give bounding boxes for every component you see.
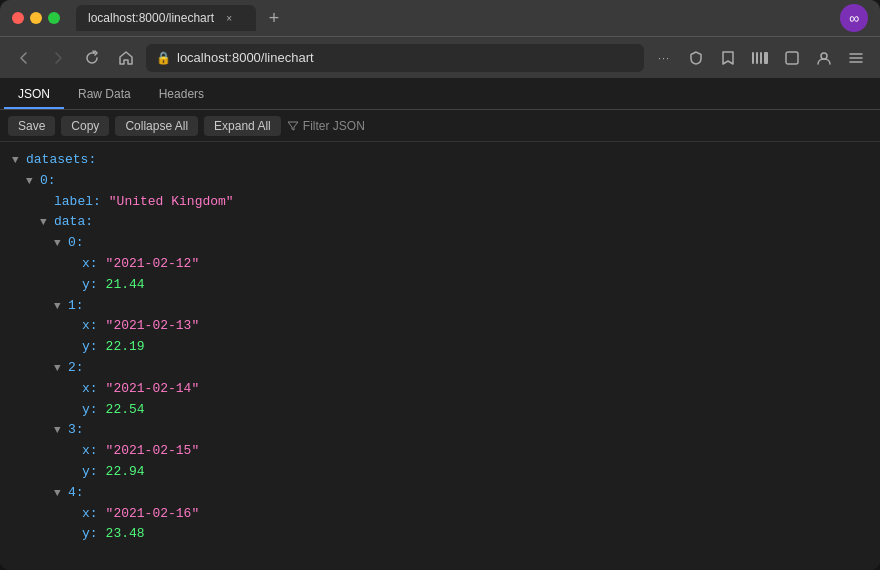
save-button[interactable]: Save xyxy=(8,116,55,136)
svg-rect-1 xyxy=(756,52,758,64)
data-item0-key: 0: xyxy=(68,233,84,254)
menu-button[interactable] xyxy=(842,44,870,72)
traffic-lights xyxy=(12,12,60,24)
devtools-tabs: JSON Raw Data Headers xyxy=(0,78,880,110)
bookmark-button[interactable] xyxy=(714,44,742,72)
profile-icon[interactable]: ∞ xyxy=(840,4,868,32)
address-bar[interactable]: 🔒 localhost:8000/linechart xyxy=(146,44,644,72)
data-item2-y-key: y: xyxy=(82,400,98,421)
label-line: label: "United Kingdom" xyxy=(12,192,868,213)
data-item1-x-key: x: xyxy=(82,316,98,337)
data-item3-y-val: 22.94 xyxy=(106,462,145,483)
svg-rect-3 xyxy=(764,52,768,64)
data-item4-x-val: "2021-02-16" xyxy=(106,504,200,525)
minimize-button[interactable] xyxy=(30,12,42,24)
tab-close-button[interactable]: × xyxy=(222,11,236,25)
close-button[interactable] xyxy=(12,12,24,24)
label-spacer xyxy=(40,194,52,212)
data-item2-toggle[interactable]: ▼ xyxy=(54,360,66,378)
filter-icon xyxy=(287,120,299,132)
datasets-line: ▼ datasets: xyxy=(12,150,868,171)
back-button[interactable] xyxy=(10,44,38,72)
data-toggle[interactable]: ▼ xyxy=(40,214,52,232)
browser-window: localhost:8000/linechart × + ∞ 🔒 localho… xyxy=(0,0,880,570)
data-item1-key: 1: xyxy=(68,296,84,317)
data-item2-x-line: x: "2021-02-14" xyxy=(12,379,868,400)
data-item4-y-key: y: xyxy=(82,524,98,545)
data-item3-y-line: y: 22.94 xyxy=(12,462,868,483)
data-item3-x-val: "2021-02-15" xyxy=(106,441,200,462)
data-item0-line: ▼ 0: xyxy=(12,233,868,254)
data-line: ▼ data: xyxy=(12,212,868,233)
home-button[interactable] xyxy=(112,44,140,72)
new-tab-button[interactable]: + xyxy=(260,4,288,32)
data-item2-x-val: "2021-02-14" xyxy=(106,379,200,400)
data-item0-y-line: y: 21.44 xyxy=(12,275,868,296)
data-item0-y-key: y: xyxy=(82,275,98,296)
data-item3-toggle[interactable]: ▼ xyxy=(54,422,66,440)
data-item4-x-line: x: "2021-02-16" xyxy=(12,504,868,525)
data-item4-line: ▼ 4: xyxy=(12,483,868,504)
shield-button[interactable] xyxy=(682,44,710,72)
filter-label: Filter JSON xyxy=(303,119,365,133)
svg-rect-2 xyxy=(760,52,762,64)
datasets-key: datasets: xyxy=(26,150,96,171)
data-item0-x-key: x: xyxy=(82,254,98,275)
data-item2-y-line: y: 22.54 xyxy=(12,400,868,421)
data-item3-key: 3: xyxy=(68,420,84,441)
data-item3-line: ▼ 3: xyxy=(12,420,868,441)
nav-icons-right: ··· xyxy=(650,44,870,72)
copy-button[interactable]: Copy xyxy=(61,116,109,136)
svg-rect-4 xyxy=(786,52,798,64)
data-item4-x-key: x: xyxy=(82,504,98,525)
tab-title: localhost:8000/linechart xyxy=(88,11,214,25)
active-tab[interactable]: localhost:8000/linechart × xyxy=(76,5,256,31)
data-item3-x-key: x: xyxy=(82,441,98,462)
data-item1-y-key: y: xyxy=(82,337,98,358)
forward-button[interactable] xyxy=(44,44,72,72)
data-item4-key: 4: xyxy=(68,483,84,504)
data-item4-y-val: 23.48 xyxy=(106,524,145,545)
datasets-toggle[interactable]: ▼ xyxy=(12,152,24,170)
json-toolbar: Save Copy Collapse All Expand All Filter… xyxy=(0,110,880,142)
item0-line: ▼ 0: xyxy=(12,171,868,192)
url-text: localhost:8000/linechart xyxy=(177,50,314,65)
collapse-all-button[interactable]: Collapse All xyxy=(115,116,198,136)
data-item2-x-key: x: xyxy=(82,379,98,400)
item0-toggle[interactable]: ▼ xyxy=(26,173,38,191)
data-key: data: xyxy=(54,212,93,233)
data-item3-x-line: x: "2021-02-15" xyxy=(12,441,868,462)
filter-input-area[interactable]: Filter JSON xyxy=(287,119,365,133)
json-content[interactable]: ▼ datasets: ▼ 0: label: "United Kingdom"… xyxy=(0,142,880,570)
lock-icon: 🔒 xyxy=(156,51,171,65)
data-item1-y-val: 22.19 xyxy=(106,337,145,358)
label-key: label: xyxy=(54,192,101,213)
title-bar: localhost:8000/linechart × + ∞ xyxy=(0,0,880,36)
expand-all-button[interactable]: Expand All xyxy=(204,116,281,136)
data-item2-key: 2: xyxy=(68,358,84,379)
data-item2-line: ▼ 2: xyxy=(12,358,868,379)
reload-button[interactable] xyxy=(78,44,106,72)
data-item0-y-val: 21.44 xyxy=(106,275,145,296)
svg-point-5 xyxy=(821,53,827,59)
tab-raw-data[interactable]: Raw Data xyxy=(64,81,145,109)
data-item3-y-key: y: xyxy=(82,462,98,483)
label-val: "United Kingdom" xyxy=(109,192,234,213)
account-button[interactable] xyxy=(810,44,838,72)
data-item1-x-val: "2021-02-13" xyxy=(106,316,200,337)
sync-button[interactable] xyxy=(778,44,806,72)
data-item1-toggle[interactable]: ▼ xyxy=(54,298,66,316)
maximize-button[interactable] xyxy=(48,12,60,24)
data-item4-toggle[interactable]: ▼ xyxy=(54,485,66,503)
data-item1-y-line: y: 22.19 xyxy=(12,337,868,358)
svg-rect-0 xyxy=(752,52,754,64)
data-item0-toggle[interactable]: ▼ xyxy=(54,235,66,253)
tab-json[interactable]: JSON xyxy=(4,81,64,109)
data-item2-y-val: 22.54 xyxy=(106,400,145,421)
more-button[interactable]: ··· xyxy=(650,44,678,72)
item0-key: 0: xyxy=(40,171,56,192)
tab-headers[interactable]: Headers xyxy=(145,81,218,109)
data-item0-x-line: x: "2021-02-12" xyxy=(12,254,868,275)
library-button[interactable] xyxy=(746,44,774,72)
nav-bar: 🔒 localhost:8000/linechart ··· xyxy=(0,36,880,78)
